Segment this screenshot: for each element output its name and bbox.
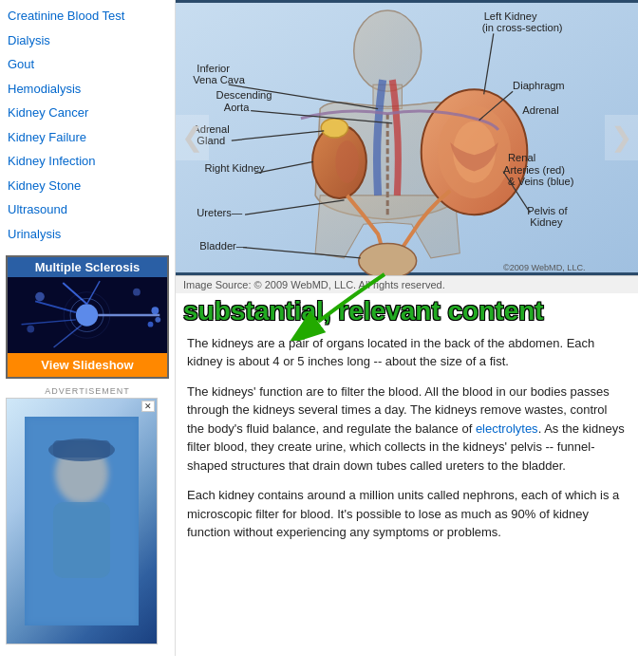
svg-point-31 <box>321 119 347 138</box>
sidebar-nav: Creatinine Blood TestDialysisGoutHemodia… <box>0 4 175 246</box>
ms-title: Multiple Sclerosis <box>8 257 167 277</box>
advertisement-section: ADVERTISEMENT ✕ <box>6 386 169 644</box>
ad-label: ADVERTISEMENT <box>6 386 169 396</box>
svg-text:Adrenal: Adrenal <box>522 104 558 116</box>
svg-text:(in cross-section): (in cross-section) <box>482 22 563 33</box>
ad-figure-svg <box>25 417 139 625</box>
sidebar-item-kidney-cancer[interactable]: Kidney Cancer <box>0 101 175 125</box>
svg-rect-21 <box>25 417 139 625</box>
view-slideshow-button[interactable]: View Slideshow <box>8 353 167 377</box>
svg-point-23 <box>354 10 422 91</box>
article-body: The kidneys are a pair of organs located… <box>176 327 638 561</box>
next-image-button[interactable]: ❯ <box>605 115 638 160</box>
annotation-section: substantial, relevant content <box>176 293 638 327</box>
kidney-anatomy-svg: Left Kidney (in cross-section) Diaphragm… <box>176 0 638 275</box>
page-layout: Creatinine Blood TestDialysisGoutHemodia… <box>0 0 638 656</box>
image-viewer: ❮ <box>176 0 638 275</box>
prev-image-button[interactable]: ❮ <box>176 115 209 160</box>
sidebar-item-urinalysis[interactable]: Urinalysis <box>0 222 175 247</box>
sidebar-item-hemodialysis[interactable]: Hemodialysis <box>0 77 175 102</box>
svg-text:Ureters—: Ureters— <box>197 207 243 218</box>
svg-text:Diaphragm: Diaphragm <box>513 80 565 91</box>
sidebar: Creatinine Blood TestDialysisGoutHemodia… <box>0 0 176 656</box>
svg-point-8 <box>151 307 159 314</box>
svg-text:Left Kidney: Left Kidney <box>484 10 537 22</box>
svg-text:Vena Cava: Vena Cava <box>193 74 245 85</box>
sidebar-item-ultrasound[interactable]: Ultrasound <box>0 197 175 222</box>
svg-text:Aorta: Aorta <box>224 102 250 113</box>
svg-text:Right Kidney: Right Kidney <box>204 162 265 174</box>
ms-image <box>8 277 167 353</box>
svg-point-14 <box>27 326 34 333</box>
svg-text:Kidney: Kidney <box>530 216 563 228</box>
article-paragraph-2: The kidneys' function are to filter the … <box>187 383 627 476</box>
main-content: ❮ <box>176 0 638 656</box>
ad-close-button[interactable]: ✕ <box>141 401 155 412</box>
svg-text:Descending: Descending <box>216 89 272 101</box>
electrolytes-link[interactable]: electrolytes <box>476 421 538 436</box>
svg-point-27 <box>335 140 358 183</box>
sidebar-item-kidney-stone[interactable]: Kidney Stone <box>0 174 175 198</box>
svg-text:Inferior: Inferior <box>197 63 230 74</box>
svg-text:Renal: Renal <box>508 152 535 163</box>
svg-point-9 <box>155 317 160 323</box>
ms-neuron-svg <box>8 277 167 353</box>
article-paragraph-3: Each kidney contains around a million un… <box>187 486 627 542</box>
ad-banner[interactable]: ✕ <box>6 398 158 644</box>
svg-text:& Veins (blue): & Veins (blue) <box>508 176 574 187</box>
ms-slideshow-box: Multiple Sclerosis <box>6 255 169 379</box>
sidebar-item-creatinine[interactable]: Creatinine Blood Test <box>0 4 175 28</box>
sidebar-item-dialysis[interactable]: Dialysis <box>0 28 175 53</box>
sidebar-item-gout[interactable]: Gout <box>0 52 175 77</box>
svg-text:Arteries (red): Arteries (red) <box>503 164 565 176</box>
annotation-arrow-svg <box>252 265 441 341</box>
sidebar-item-kidney-infection[interactable]: Kidney Infection <box>0 149 175 174</box>
svg-point-1 <box>76 304 98 326</box>
svg-point-10 <box>148 322 154 327</box>
svg-text:Pelvis of: Pelvis of <box>527 205 568 216</box>
svg-point-13 <box>35 292 45 302</box>
sidebar-item-kidney-failure[interactable]: Kidney Failure <box>0 125 175 150</box>
svg-text:©2009 WebMD, LLC.: ©2009 WebMD, LLC. <box>503 263 586 272</box>
svg-point-15 <box>133 289 141 296</box>
svg-text:Bladder—: Bladder— <box>199 240 247 252</box>
